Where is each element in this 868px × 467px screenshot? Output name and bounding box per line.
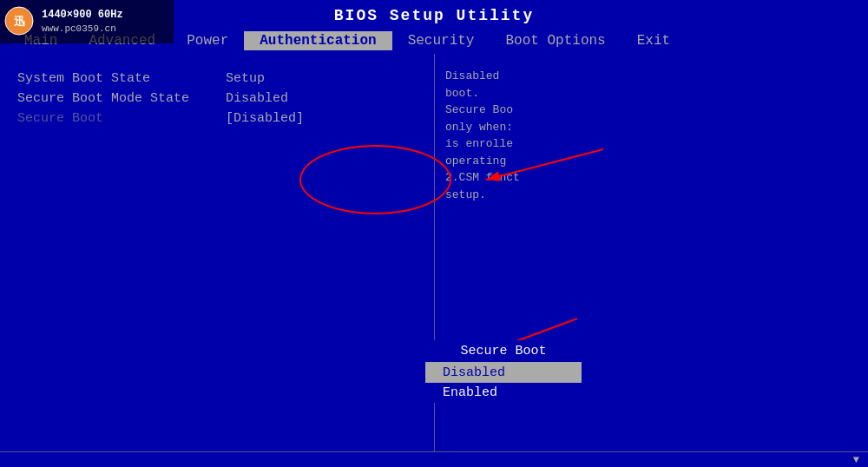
menu-boot-options[interactable]: Boot Options — [490, 31, 621, 50]
svg-text:迅: 迅 — [14, 15, 26, 29]
dropdown-item-disabled[interactable]: Disabled — [425, 363, 582, 383]
menu-authentication[interactable]: Authentication — [244, 31, 391, 50]
watermark-text: 1440×900 60Hz www.pc0359.cn — [42, 8, 123, 36]
dropdown-secure-boot: Secure Boot Disabled Enabled — [425, 340, 582, 403]
secure-boot-value: [Disabled] — [226, 111, 304, 126]
left-panel: System Boot State Setup Secure Boot Mode… — [0, 54, 434, 451]
help-text: Disabled boot. Secure Boo only when: is … — [445, 69, 520, 201]
bios-screen: 迅 1440×900 60Hz www.pc0359.cn BIOS Setup… — [0, 0, 868, 467]
watermark-resolution: 1440×900 60Hz — [42, 8, 123, 23]
secure-boot-mode-value: Disabled — [226, 91, 288, 106]
dropdown-item-enabled[interactable]: Enabled — [425, 383, 582, 403]
setting-system-boot-state: System Boot State Setup — [17, 71, 417, 86]
setting-secure-boot-mode: Secure Boot Mode State Disabled — [17, 91, 417, 106]
scroll-indicator: ▼ — [853, 454, 859, 466]
main-content: System Boot State Setup Secure Boot Mode… — [0, 54, 868, 451]
secure-boot-label: Secure Boot — [17, 111, 226, 126]
menu-power[interactable]: Power — [171, 31, 244, 50]
system-boot-state-label: System Boot State — [17, 71, 226, 86]
watermark-site: www.pc0359.cn — [42, 23, 123, 36]
setting-secure-boot[interactable]: Secure Boot [Disabled] — [17, 111, 417, 126]
menu-security[interactable]: Security — [392, 31, 490, 50]
secure-boot-mode-label: Secure Boot Mode State — [17, 91, 226, 106]
watermark-logo-icon: 迅 — [3, 5, 35, 36]
dropdown-title: Secure Boot — [425, 340, 582, 363]
system-boot-state-value: Setup — [226, 71, 265, 86]
bottom-bar: ▼ — [0, 451, 868, 467]
menu-exit[interactable]: Exit — [621, 31, 686, 50]
watermark-bar: 迅 1440×900 60Hz www.pc0359.cn — [0, 0, 174, 43]
